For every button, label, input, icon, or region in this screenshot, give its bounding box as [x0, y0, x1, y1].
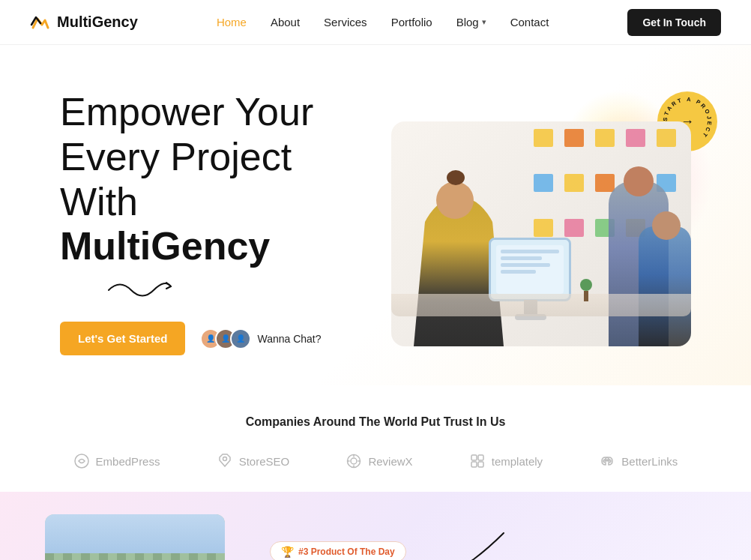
trophy-icon: 🏆 [281, 546, 294, 558]
trusted-title: Companies Around The World Put Trust In … [45, 415, 706, 429]
hero-image [391, 121, 691, 346]
bottom-image [45, 514, 225, 560]
wanna-chat[interactable]: 👤 👤 👤 Wanna Chat? [200, 328, 321, 349]
nav-services[interactable]: Services [324, 16, 367, 28]
avatars: 👤 👤 👤 [200, 328, 251, 349]
templately-icon [469, 453, 486, 469]
nav-portfolio[interactable]: Portfolio [391, 16, 432, 28]
svg-rect-10 [478, 462, 483, 467]
trusted-logo-reviewx: ReviewX [346, 453, 412, 469]
svg-rect-9 [471, 462, 477, 467]
trusted-logo-embedpress: EmbedPress [73, 453, 160, 469]
trusted-logo-templately: templately [469, 453, 543, 469]
svg-point-3 [75, 454, 88, 468]
betterlinks-icon [599, 453, 615, 469]
get-in-touch-button[interactable]: Get In Touch [627, 9, 721, 36]
trusted-logos: EmbedPress StoreSEO ReviewX t [45, 453, 706, 469]
hero-image-area: START A PROJECT → [391, 99, 706, 346]
hero-headline: Empower Your Every Project With MultiGen… [60, 90, 375, 269]
trusted-section: Companies Around The World Put Trust In … [0, 385, 751, 492]
squiggle-arrow [444, 529, 519, 560]
logo[interactable]: MultiGency [30, 13, 138, 31]
nav-home[interactable]: Home [217, 16, 247, 28]
avatar-3: 👤 [230, 328, 251, 349]
storeseo-icon [217, 453, 233, 469]
trusted-logo-betterlinks: BetterLinks [599, 453, 678, 469]
svg-rect-8 [478, 455, 483, 460]
bottom-section: 🏆 #3 Product Of The Day Your Vision, Our… [0, 492, 751, 560]
squiggle-decoration [105, 275, 375, 298]
svg-point-4 [223, 457, 226, 461]
hero-left: Empower Your Every Project With MultiGen… [60, 90, 375, 355]
chevron-down-icon: ▾ [482, 17, 486, 27]
nav-contact[interactable]: Contact [510, 16, 549, 28]
product-badge: 🏆 #3 Product Of The Day [270, 541, 406, 560]
nav-about[interactable]: About [271, 16, 300, 28]
reviewx-icon [346, 453, 362, 469]
hero-actions: Let's Get Started 👤 👤 👤 Wanna Chat? [60, 322, 375, 355]
svg-rect-7 [471, 455, 477, 460]
nav-blog[interactable]: Blog ▾ [456, 16, 486, 28]
hero-section: Empower Your Every Project With MultiGen… [0, 45, 751, 385]
logo-icon [30, 14, 51, 31]
trusted-logo-storeseo: StoreSEO [217, 453, 290, 469]
embedpress-icon [73, 453, 90, 469]
bottom-right-content: 🏆 #3 Product Of The Day Your Vision, Our… [225, 514, 706, 560]
get-started-button[interactable]: Let's Get Started [60, 322, 185, 355]
nav-links: Home About Services Portfolio Blog ▾ Con… [217, 16, 549, 28]
wanna-chat-label: Wanna Chat? [257, 333, 321, 345]
svg-point-6 [351, 458, 357, 464]
logo-text: MultiGency [57, 13, 138, 31]
navbar: MultiGency Home About Services Portfolio… [0, 0, 751, 45]
